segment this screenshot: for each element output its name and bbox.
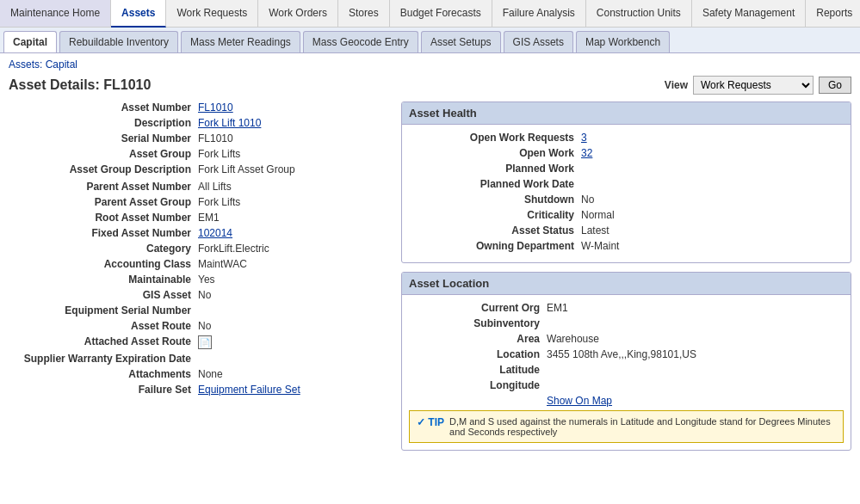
description-link[interactable]: Fork Lift 1010: [198, 117, 261, 129]
view-selector-area: View Work Requests Go: [665, 76, 851, 95]
tip-icon: ✓ TIP: [417, 416, 444, 428]
current-org-value: EM1: [547, 302, 568, 314]
open-work-link[interactable]: 32: [581, 147, 592, 159]
asset-group-value: Fork Lifts: [198, 148, 240, 160]
asset-location-section: Asset Location Current Org EM1 Subinvent…: [401, 272, 851, 451]
health-planned-work-date: Planned Work Date: [409, 178, 844, 190]
page-title: Asset Details: FL1010: [9, 77, 151, 93]
nav-construction-units[interactable]: Construction Units: [586, 0, 692, 27]
loc-subinventory: Subinventory: [409, 317, 844, 329]
field-gis-asset: GIS Asset No: [9, 289, 387, 301]
field-asset-number: Asset Number FL1010: [9, 101, 387, 114]
field-parent-asset-number: Parent Asset Number All Lifts: [9, 181, 387, 193]
serial-number-value: FL1010: [198, 132, 233, 144]
asset-location-title: Asset Location: [402, 273, 851, 295]
view-label: View: [665, 79, 688, 91]
asset-status-value: Latest: [581, 224, 609, 237]
open-work-requests-link[interactable]: 3: [581, 132, 587, 144]
asset-health-title: Asset Health: [402, 102, 851, 125]
criticality-value: Normal: [581, 209, 615, 221]
root-asset-number-value: EM1: [198, 212, 220, 224]
nav-work-orders[interactable]: Work Orders: [258, 0, 338, 27]
loc-show-on-map: Show On Map: [409, 395, 844, 407]
asset-health-body: Open Work Requests 3 Open Work 32 Planne…: [402, 125, 851, 262]
breadcrumb-link[interactable]: Assets: Capital: [9, 58, 77, 71]
subnav-mass-geocode-entry[interactable]: Mass Geocode Entry: [303, 31, 418, 52]
field-asset-route: Asset Route No: [9, 320, 387, 332]
field-serial-number: Serial Number FL1010: [9, 132, 387, 144]
subnav-asset-setups[interactable]: Asset Setups: [421, 31, 501, 52]
tip-row: ✓ TIP D,M and S used against the numeral…: [409, 410, 844, 443]
maintainable-value: Yes: [198, 274, 215, 286]
asset-group-desc-value: Fork Lift Asset Group: [198, 163, 295, 175]
breadcrumb: Assets: Capital: [0, 53, 860, 72]
field-root-asset-number: Root Asset Number EM1: [9, 212, 387, 224]
health-asset-status: Asset Status Latest: [409, 224, 844, 237]
field-maintainable: Maintainable Yes: [9, 274, 387, 286]
subnav-gis-assets[interactable]: GIS Assets: [504, 31, 573, 52]
loc-area: Area Warehouse: [409, 333, 844, 345]
nav-assets[interactable]: Assets: [111, 0, 166, 28]
go-button[interactable]: Go: [819, 77, 851, 94]
view-select[interactable]: Work Requests: [693, 76, 814, 95]
field-asset-group-desc: Asset Group Description Fork Lift Asset …: [9, 163, 387, 175]
asset-health-section: Asset Health Open Work Requests 3 Open W…: [401, 101, 851, 263]
subnav-mass-meter-readings[interactable]: Mass Meter Readings: [181, 31, 300, 52]
subnav-map-workbench[interactable]: Map Workbench: [576, 31, 670, 52]
parent-asset-group-value: Fork Lifts: [198, 196, 240, 208]
location-value: 3455 108th Ave,,,King,98101,US: [547, 348, 696, 360]
fixed-asset-number-link[interactable]: 102014: [198, 227, 232, 239]
attachment-icon[interactable]: 📄: [198, 335, 212, 349]
loc-current-org: Current Org EM1: [409, 302, 844, 314]
nav-work-requests[interactable]: Work Requests: [166, 0, 258, 27]
health-criticality: Criticality Normal: [409, 209, 844, 221]
field-supplier-warranty: Supplier Warranty Expiration Date: [9, 353, 387, 365]
nav-safety-management[interactable]: Safety Management: [692, 0, 806, 27]
field-attachments: Attachments None: [9, 368, 387, 380]
attachments-value: None: [198, 368, 223, 380]
field-category: Category ForkLift.Electric: [9, 243, 387, 255]
health-shutdown: Shutdown No: [409, 194, 844, 206]
category-value: ForkLift.Electric: [198, 243, 269, 255]
asset-number-link[interactable]: FL1010: [198, 101, 233, 114]
loc-longitude: Longitude: [409, 379, 844, 391]
nav-maintenance-home[interactable]: Maintenance Home: [0, 0, 111, 27]
subnav-rebuildable-inventory[interactable]: Rebuildable Inventory: [59, 31, 178, 52]
tip-text: D,M and S used against the numerals in L…: [449, 416, 836, 437]
field-asset-group: Asset Group Fork Lifts: [9, 148, 387, 160]
loc-location: Location 3455 108th Ave,,,King,98101,US: [409, 348, 844, 360]
shutdown-value: No: [581, 194, 594, 206]
parent-asset-number-value: All Lifts: [198, 181, 232, 193]
page-title-row: Asset Details: FL1010 View Work Requests…: [0, 72, 860, 101]
asset-location-body: Current Org EM1 Subinventory Area Wareho…: [402, 295, 851, 450]
field-description: Description Fork Lift 1010: [9, 117, 387, 129]
sub-navigation: Capital Rebuildable Inventory Mass Meter…: [0, 28, 860, 53]
owning-department-value: W-Maint: [581, 240, 619, 252]
area-value: Warehouse: [547, 333, 599, 345]
loc-latitude: Latitude: [409, 364, 844, 376]
health-planned-work: Planned Work: [409, 163, 844, 175]
asset-route-value: No: [198, 320, 211, 332]
field-parent-asset-group: Parent Asset Group Fork Lifts: [9, 196, 387, 208]
subnav-capital[interactable]: Capital: [3, 31, 57, 52]
left-panel: Asset Number FL1010 Description Fork Lif…: [9, 101, 387, 451]
show-on-map-link[interactable]: Show On Map: [547, 395, 612, 407]
nav-reports[interactable]: Reports: [806, 0, 860, 27]
health-open-work: Open Work 32: [409, 147, 844, 159]
main-content: Asset Number FL1010 Description Fork Lif…: [0, 101, 860, 459]
accounting-class-value: MaintWAC: [198, 258, 247, 270]
field-equipment-serial-number: Equipment Serial Number: [9, 304, 387, 317]
failure-set-link[interactable]: Equipment Failure Set: [198, 384, 300, 396]
right-panel: Asset Health Open Work Requests 3 Open W…: [401, 101, 851, 451]
nav-failure-analysis[interactable]: Failure Analysis: [492, 0, 586, 27]
health-open-work-requests: Open Work Requests 3: [409, 132, 844, 144]
field-accounting-class: Accounting Class MaintWAC: [9, 258, 387, 270]
health-owning-department: Owning Department W-Maint: [409, 240, 844, 252]
field-fixed-asset-number: Fixed Asset Number 102014: [9, 227, 387, 239]
field-failure-set: Failure Set Equipment Failure Set: [9, 384, 387, 396]
nav-stores[interactable]: Stores: [338, 0, 390, 27]
field-attached-asset-route: Attached Asset Route 📄: [9, 335, 387, 349]
nav-budget-forecasts[interactable]: Budget Forecasts: [390, 0, 492, 27]
gis-asset-value: No: [198, 289, 211, 301]
top-navigation: Maintenance Home Assets Work Requests Wo…: [0, 0, 860, 28]
